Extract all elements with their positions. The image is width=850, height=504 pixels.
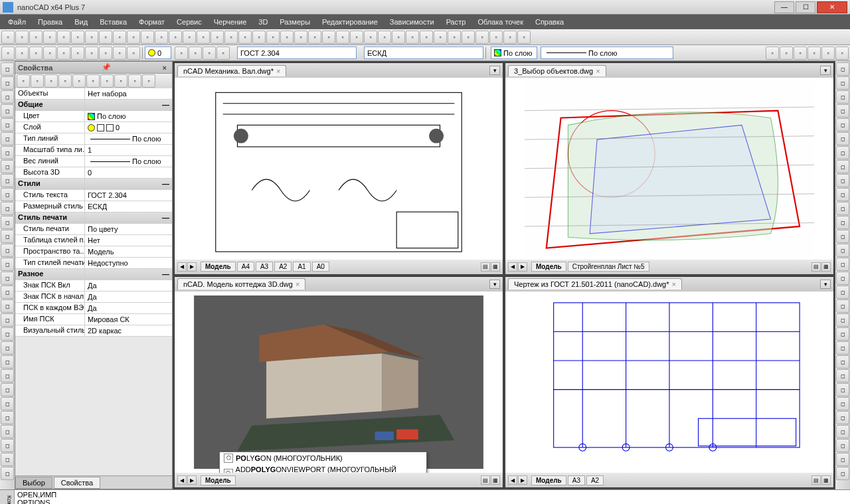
command-history[interactable]: OPEN,ИМП OPTIONS, OPEN,ИМП Команда: poly xyxy=(15,490,850,504)
prop-value[interactable]: Да xyxy=(85,280,172,291)
close-icon[interactable]: × xyxy=(596,67,600,75)
dimstyle-combo[interactable]: ЕСКД xyxy=(364,46,483,59)
side-tool[interactable]: ◻ xyxy=(836,299,849,313)
toolbar-button[interactable]: ▫ xyxy=(216,46,230,60)
menu-Вид[interactable]: Вид xyxy=(69,16,93,28)
side-tool[interactable]: ◻ xyxy=(836,76,849,90)
toolbar-button[interactable]: ▫ xyxy=(43,31,56,44)
toolbar-button[interactable]: ▫ xyxy=(113,46,126,60)
toolbar-button[interactable]: ▫ xyxy=(350,31,363,44)
side-tool[interactable]: ◻ xyxy=(1,425,14,438)
prop-value[interactable]: 1 xyxy=(85,145,172,155)
side-tool[interactable]: ◻ xyxy=(836,244,849,257)
menu-Файл[interactable]: Файл xyxy=(3,16,31,28)
side-tool[interactable]: ◻ xyxy=(836,230,849,243)
menu-Правка[interactable]: Правка xyxy=(33,16,68,28)
layout-tab[interactable]: A4 xyxy=(237,262,254,272)
toolbar-button[interactable]: ▫ xyxy=(821,46,835,60)
prop-value[interactable]: Недоступно xyxy=(85,258,172,268)
side-tool[interactable]: ◻ xyxy=(1,76,14,90)
toolbar-button[interactable]: ▫ xyxy=(252,31,266,44)
document-tab[interactable]: 3_Выбор объектов.dwg× xyxy=(508,65,606,76)
toolbar-button[interactable]: ▫ xyxy=(169,31,182,44)
prop-value[interactable]: По цвету xyxy=(85,224,172,234)
model-tab[interactable]: Модель xyxy=(531,262,566,272)
menu-Растр[interactable]: Растр xyxy=(441,16,471,28)
toolbar-button[interactable]: ▫ xyxy=(189,46,202,60)
toolbar-button[interactable]: ▫ xyxy=(31,74,44,88)
autocomplete-item[interactable]: ⬠ADDPOLYGONVIEWPORT (МНОГОУГОЛЬНЫЙ ВЭКРА… xyxy=(220,464,426,473)
toolbar-button[interactable]: ▫ xyxy=(224,31,238,44)
side-tool[interactable]: ◻ xyxy=(836,327,849,341)
side-tool[interactable]: ◻ xyxy=(1,258,14,271)
menu-Справка[interactable]: Справка xyxy=(530,16,569,28)
prop-value[interactable]: По слою xyxy=(85,111,172,122)
side-tool[interactable]: ◻ xyxy=(1,118,14,131)
prop-value[interactable]: По слою xyxy=(85,133,172,144)
section-misc[interactable]: Разное xyxy=(15,269,85,280)
vp-control[interactable]: ▤ xyxy=(481,262,490,272)
toolbar-button[interactable]: ▫ xyxy=(99,46,112,60)
section-plot[interactable]: Стиль печати xyxy=(15,212,85,223)
side-tool[interactable]: ◻ xyxy=(836,286,849,299)
toolbar-button[interactable]: ▫ xyxy=(280,31,294,44)
nav-arrow[interactable]: ◀ xyxy=(177,475,187,485)
side-tool[interactable]: ◻ xyxy=(1,411,14,424)
nav-arrow[interactable]: ▶ xyxy=(518,475,527,485)
document-tab[interactable]: Чертеж из ГОСТ 21.501-2011 (nanoCAD).dwg… xyxy=(508,278,682,290)
toolbar-button[interactable]: ▫ xyxy=(420,31,433,44)
toolbar-button[interactable]: ▫ xyxy=(127,31,140,44)
toolbar-button[interactable]: ▫ xyxy=(517,31,531,44)
panel-close-icon[interactable]: × xyxy=(160,64,169,72)
model-tab[interactable]: Модель xyxy=(531,475,566,485)
side-tool[interactable]: ◻ xyxy=(1,62,14,76)
close-icon[interactable]: × xyxy=(672,280,676,288)
side-tool[interactable]: ◻ xyxy=(1,397,14,410)
side-tool[interactable]: ◻ xyxy=(1,216,14,229)
menu-Редактирование[interactable]: Редактирование xyxy=(317,16,383,28)
nav-arrow[interactable]: ◀ xyxy=(508,262,517,272)
close-icon[interactable]: × xyxy=(296,280,299,288)
prop-value[interactable]: Да xyxy=(85,292,172,302)
model-tab[interactable]: Модель xyxy=(201,262,236,272)
toolbar-button[interactable]: ▫ xyxy=(266,31,280,44)
tab-selection[interactable]: Выбор xyxy=(15,477,52,489)
side-tool[interactable]: ◻ xyxy=(836,174,849,187)
prop-value[interactable]: 0 xyxy=(85,167,172,178)
layout-tab[interactable]: A3 xyxy=(568,475,585,485)
side-tool[interactable]: ◻ xyxy=(836,453,849,466)
nav-arrow[interactable]: ▶ xyxy=(187,262,197,272)
toolbar-button[interactable]: ▫ xyxy=(99,31,112,44)
drawing-canvas[interactable] xyxy=(505,292,833,473)
toolbar-button[interactable]: ▫ xyxy=(86,74,100,88)
toolbar-button[interactable]: ▫ xyxy=(85,31,98,44)
toolbar-button[interactable]: ▫ xyxy=(29,46,42,60)
toolbar-button[interactable]: ▫ xyxy=(489,31,503,44)
side-tool[interactable]: ◻ xyxy=(1,383,14,396)
toolbar-button[interactable]: ▫ xyxy=(211,31,224,44)
nav-arrow[interactable]: ◀ xyxy=(508,475,517,485)
side-tool[interactable]: ◻ xyxy=(836,467,849,480)
vp-control[interactable]: ▤ xyxy=(811,262,821,272)
section-styles[interactable]: Стили xyxy=(15,179,85,189)
toolbar-button[interactable]: ▫ xyxy=(155,31,168,44)
side-tool[interactable]: ◻ xyxy=(1,369,14,382)
prop-value[interactable]: По слою xyxy=(85,156,172,167)
side-tool[interactable]: ◻ xyxy=(1,244,14,257)
prop-value[interactable]: 2D каркас xyxy=(85,325,172,336)
vp-control[interactable]: ▦ xyxy=(821,262,831,272)
layout-tab[interactable]: A0 xyxy=(312,262,329,272)
toolbar-button[interactable]: ▫ xyxy=(17,74,30,88)
minimize-button[interactable]: — xyxy=(774,1,794,13)
side-tool[interactable]: ◻ xyxy=(1,439,14,452)
vp-control[interactable]: ▦ xyxy=(821,475,831,485)
toolbar-button[interactable]: ▫ xyxy=(766,46,779,60)
menu-3D[interactable]: 3D xyxy=(253,16,273,28)
toolbar-button[interactable]: ▫ xyxy=(392,31,405,44)
maximize-button[interactable]: ☐ xyxy=(796,1,815,13)
nav-arrow[interactable]: ▶ xyxy=(187,475,197,485)
vp-control[interactable]: ▤ xyxy=(811,475,821,485)
side-tool[interactable]: ◻ xyxy=(836,62,849,76)
toolbar-button[interactable]: ▫ xyxy=(322,31,335,44)
toolbar-button[interactable]: ▫ xyxy=(15,31,29,44)
